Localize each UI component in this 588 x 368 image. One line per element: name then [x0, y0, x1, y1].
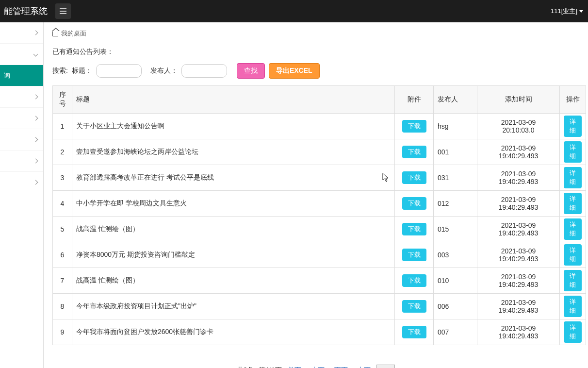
cell-action: 详细	[560, 268, 586, 294]
cell-publisher: 010	[434, 268, 477, 294]
header-bar: 能管理系统 111[业主]	[0, 0, 588, 22]
page-next-link[interactable]: 下页	[334, 366, 348, 368]
list-title: 已有通知公告列表：	[44, 45, 588, 63]
download-button[interactable]: 下载	[402, 120, 426, 133]
publisher-input[interactable]	[181, 64, 227, 78]
table-row: 8今年市本级政府投资项目计划正式"出炉"下载0062021-03-0919:40…	[53, 294, 586, 319]
table-row: 5战高温 忙测绘（图）下载0152021-03-0919:40:29.493详细	[53, 217, 586, 242]
th-publisher: 发布人	[434, 86, 477, 114]
cell-title: 关于小区业主大会通知公告啊	[72, 114, 395, 139]
sidebar-item-7[interactable]	[0, 172, 43, 193]
cell-action: 详细	[560, 114, 586, 139]
cell-title: 战高温 忙测绘（图）	[72, 268, 395, 294]
cell-seq: 7	[53, 268, 72, 294]
detail-button[interactable]: 详细	[564, 141, 582, 163]
hamburger-icon	[60, 8, 66, 14]
cell-attach: 下载	[395, 139, 434, 165]
detail-button[interactable]: 详细	[564, 218, 582, 240]
download-button[interactable]: 下载	[402, 274, 426, 287]
table-row: 6净资本8000万元 期货投资咨询门槛敲定下载0032021-03-0919:4…	[53, 242, 586, 268]
search-button[interactable]: 查找	[237, 63, 265, 79]
sidebar-item-4[interactable]	[0, 108, 43, 129]
cell-seq: 9	[53, 319, 72, 345]
cell-publisher: 031	[434, 165, 477, 191]
page-prev-link[interactable]: 上页	[311, 366, 325, 368]
cell-seq: 1	[53, 114, 72, 139]
download-button[interactable]: 下载	[402, 300, 426, 313]
cell-attach: 下载	[395, 294, 434, 319]
cell-publisher: 012	[434, 191, 477, 217]
cell-attach: 下载	[395, 217, 434, 242]
app-title: 能管理系统	[0, 5, 48, 17]
cell-title: 今年市本级政府投资项目计划正式"出炉"	[72, 294, 395, 319]
detail-button[interactable]: 详细	[564, 321, 582, 343]
chevron-right-icon	[33, 31, 38, 35]
download-button[interactable]: 下载	[402, 146, 426, 158]
cell-attach: 下载	[395, 114, 434, 139]
download-button[interactable]: 下载	[402, 197, 426, 210]
sidebar-item-3[interactable]	[0, 86, 43, 108]
cell-action: 详细	[560, 165, 586, 191]
publisher-label: 发布人：	[150, 67, 178, 75]
sidebar-item-5[interactable]	[0, 129, 43, 151]
page-last-link[interactable]: 末页	[357, 366, 371, 368]
user-dropdown[interactable]: 111[业主]	[551, 7, 583, 16]
user-label: 111[业主]	[551, 7, 577, 16]
export-excel-button[interactable]: 导出EXCEL	[269, 63, 320, 79]
detail-button[interactable]: 详细	[564, 296, 582, 317]
cell-title: 壹加壹受邀参加海峡论坛之两岸公益论坛	[72, 139, 395, 165]
table-row: 7战高温 忙测绘（图）下载0102021-03-0919:40:29.493详细	[53, 268, 586, 294]
table-row: 3教育部透露高考改革正在进行 考试公平是底线下载0312021-03-0919:…	[53, 165, 586, 191]
table-row: 9今年我市将面向贫困户发放2600张慈善门诊卡下载0072021-03-0919…	[53, 319, 586, 345]
detail-button[interactable]: 详细	[564, 167, 582, 188]
home-icon	[52, 31, 58, 36]
cell-time: 2021-03-0919:40:29.493	[477, 217, 560, 242]
cell-time: 2021-03-0919:40:29.493	[477, 139, 560, 165]
detail-button[interactable]: 详细	[564, 270, 582, 291]
cell-publisher: 001	[434, 139, 477, 165]
menu-toggle-button[interactable]	[55, 3, 71, 19]
breadcrumb-home[interactable]: 我的桌面	[61, 29, 86, 38]
cell-publisher: 003	[434, 242, 477, 268]
table-row: 4中小学开学在即 学校周边文具生意火下载0122021-03-0919:40:2…	[53, 191, 586, 217]
cell-action: 详细	[560, 319, 586, 345]
search-prefix: 搜索:	[52, 67, 68, 75]
detail-button[interactable]: 详细	[564, 244, 582, 266]
page-total: 共9条	[237, 366, 254, 368]
download-button[interactable]: 下载	[402, 171, 426, 184]
cell-time: 2021-03-0919:40:29.493	[477, 294, 560, 319]
detail-button[interactable]: 详细	[564, 193, 582, 214]
sidebar-item-0[interactable]	[0, 22, 43, 44]
sidebar-item-6[interactable]	[0, 151, 43, 172]
cell-attach: 下载	[395, 191, 434, 217]
cell-time: 2021-03-0919:40:29.493	[477, 165, 560, 191]
sidebar-item-query[interactable]: 询	[0, 65, 43, 86]
sidebar-item-1[interactable]	[0, 44, 43, 65]
cell-publisher: hsg	[434, 114, 477, 139]
main-content: 我的桌面 已有通知公告列表： 搜索: 标题： 发布人： 查找 导出EXCEL 序…	[44, 22, 588, 368]
download-button[interactable]: 下载	[402, 249, 426, 261]
chevron-right-icon	[33, 95, 38, 100]
cell-seq: 4	[53, 191, 72, 217]
title-label: 标题：	[72, 67, 92, 75]
cell-seq: 5	[53, 217, 72, 242]
th-attach: 附件	[395, 86, 434, 114]
detail-button[interactable]: 详细	[564, 116, 582, 137]
cell-time: 2021-03-0920:10:03.0	[477, 114, 560, 139]
download-button[interactable]: 下载	[402, 326, 426, 338]
cell-time: 2021-03-0919:40:29.493	[477, 268, 560, 294]
chevron-right-icon	[33, 159, 38, 164]
cell-action: 详细	[560, 139, 586, 165]
cell-publisher: 007	[434, 319, 477, 345]
title-input[interactable]	[96, 64, 142, 78]
download-button[interactable]: 下载	[402, 223, 426, 235]
cell-time: 2021-03-0919:40:29.493	[477, 319, 560, 345]
page-select[interactable]: 1	[376, 365, 395, 368]
page-current: 第1/1页	[259, 366, 281, 368]
cell-attach: 下载	[395, 268, 434, 294]
cell-publisher: 015	[434, 217, 477, 242]
page-first-link[interactable]: 首页	[288, 366, 301, 368]
cell-action: 详细	[560, 191, 586, 217]
search-bar: 搜索: 标题： 发布人： 查找 导出EXCEL	[44, 63, 588, 85]
chevron-down-icon	[33, 52, 38, 57]
